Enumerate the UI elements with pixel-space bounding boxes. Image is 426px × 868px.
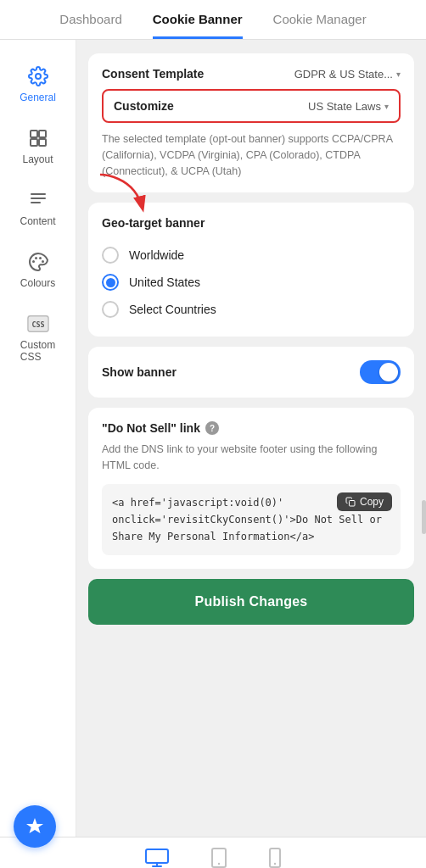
dns-description: Add the DNS link to your website footer … <box>102 442 401 474</box>
show-banner-row: Show banner <box>102 360 401 384</box>
sidebar-item-custom-css[interactable]: CSS CustomCSS <box>6 304 70 371</box>
radio-select-countries-circle <box>102 301 119 318</box>
customize-chevron: ▾ <box>384 102 389 111</box>
dns-title-row: "Do Not Sell" link ? <box>102 421 401 435</box>
svg-rect-6 <box>31 202 41 203</box>
sidebar-custom-css-label: CustomCSS <box>20 339 55 363</box>
sidebar-item-general[interactable]: General <box>6 57 70 112</box>
sidebar-item-colours[interactable]: Colours <box>6 242 70 298</box>
top-navigation: Dashboard Cookie Banner Cookie Manager <box>0 0 426 40</box>
svg-point-19 <box>274 863 276 865</box>
bottom-mobile-icon[interactable] <box>269 848 281 868</box>
colours-icon <box>27 251 49 273</box>
customize-row[interactable]: Customize US State Laws ▾ <box>102 89 401 123</box>
consent-template-label: Consent Template <box>102 67 204 81</box>
sidebar-layout-label: Layout <box>22 153 53 165</box>
svg-rect-14 <box>349 500 355 506</box>
consent-template-row: Consent Template GDPR & US State... ▾ <box>102 67 401 81</box>
publish-button[interactable]: Publish Changes <box>88 579 414 625</box>
content-area: Consent Template GDPR & US State... ▾ Cu… <box>76 40 426 837</box>
copy-button[interactable]: Copy <box>337 492 392 511</box>
radio-united-states[interactable]: United States <box>102 269 401 296</box>
sidebar-content-label: Content <box>20 215 55 227</box>
template-description: The selected template (opt-out banner) s… <box>102 131 401 179</box>
consent-template-value[interactable]: GDPR & US State... ▾ <box>294 68 401 81</box>
main-layout: General Layout <box>0 40 426 837</box>
bottom-desktop-icon[interactable] <box>145 849 169 867</box>
consent-template-card: Consent Template GDPR & US State... ▾ Cu… <box>88 53 414 192</box>
radio-worldwide-circle <box>102 247 119 264</box>
radio-worldwide[interactable]: Worldwide <box>102 242 401 269</box>
customize-label: Customize <box>114 99 174 113</box>
show-banner-toggle[interactable] <box>360 360 401 384</box>
svg-text:CSS: CSS <box>31 320 44 329</box>
svg-rect-15 <box>146 849 168 863</box>
radio-worldwide-label: Worldwide <box>129 248 184 262</box>
sidebar-general-label: General <box>20 92 56 103</box>
floating-badge[interactable] <box>14 805 56 848</box>
geo-target-section: Geo-target banner Worldwide United State… <box>88 203 414 337</box>
svg-rect-2 <box>31 139 37 146</box>
svg-rect-5 <box>31 198 46 199</box>
nav-cookie-banner[interactable]: Cookie Banner <box>153 12 243 39</box>
geo-target-card: Geo-target banner Worldwide United State… <box>88 203 414 337</box>
geo-target-title: Geo-target banner <box>102 216 401 230</box>
radio-select-countries[interactable]: Select Countries <box>102 296 401 323</box>
sidebar-item-layout[interactable]: Layout <box>6 119 70 174</box>
show-banner-card: Show banner <box>88 347 414 398</box>
gear-icon <box>27 65 49 87</box>
radio-united-states-label: United States <box>129 275 200 289</box>
svg-point-9 <box>39 257 42 259</box>
radio-select-countries-label: Select Countries <box>129 303 216 316</box>
scrollbar[interactable] <box>422 500 426 534</box>
nav-cookie-manager[interactable]: Cookie Manager <box>273 12 367 39</box>
show-banner-label: Show banner <box>102 365 177 379</box>
dns-link-card: "Do Not Sell" link ? Add the DNS link to… <box>88 408 414 569</box>
svg-rect-3 <box>39 139 46 146</box>
sidebar: General Layout <box>0 40 76 837</box>
bottom-navigation <box>0 837 426 868</box>
copy-label: Copy <box>360 496 384 508</box>
sidebar-colours-label: Colours <box>20 277 55 289</box>
svg-point-10 <box>42 260 44 263</box>
layout-icon <box>27 127 49 149</box>
radio-inner-dot <box>106 278 115 287</box>
code-block: <a href='javascript:void(0)' onclick='re… <box>102 484 401 556</box>
content-icon <box>27 189 49 211</box>
svg-point-8 <box>35 257 37 259</box>
sidebar-item-content[interactable]: Content <box>6 181 70 236</box>
bottom-tablet-icon[interactable] <box>211 848 227 868</box>
svg-point-17 <box>218 863 220 865</box>
consent-template-chevron: ▾ <box>396 70 401 79</box>
help-icon[interactable]: ? <box>205 421 219 435</box>
nav-dashboard[interactable]: Dashboard <box>59 12 121 39</box>
svg-point-7 <box>32 260 35 263</box>
radio-united-states-circle <box>102 274 119 291</box>
svg-rect-0 <box>31 131 37 137</box>
dns-title: "Do Not Sell" link <box>102 421 200 435</box>
customize-value: US State Laws ▾ <box>308 100 389 113</box>
custom-css-icon: CSS <box>27 313 49 335</box>
svg-rect-4 <box>31 193 46 195</box>
svg-rect-1 <box>39 131 46 137</box>
toggle-knob <box>379 363 398 381</box>
